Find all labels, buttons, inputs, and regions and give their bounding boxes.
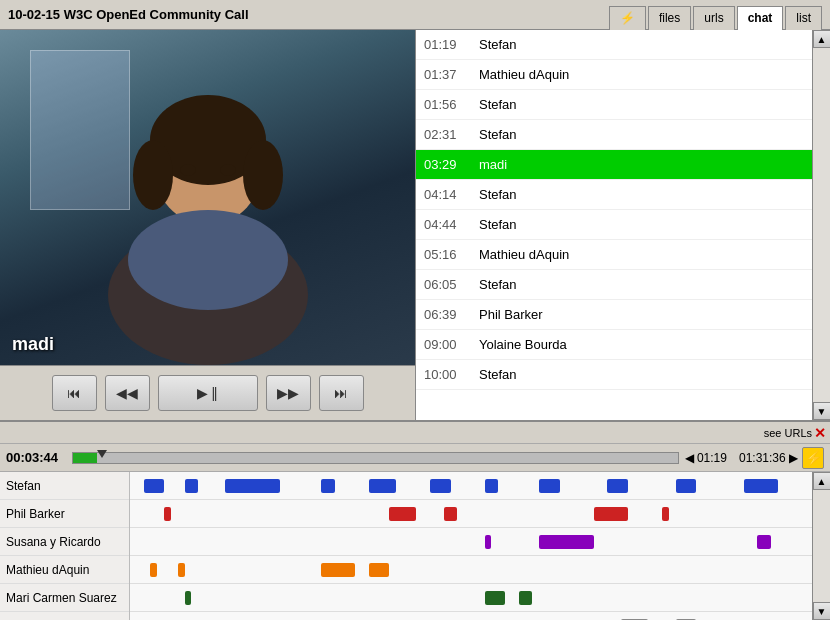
- list-item-time: 05:16: [424, 247, 479, 262]
- track-segment[interactable]: [485, 535, 492, 549]
- tracks-area: StefanPhil BarkerSusana y RicardoMathieu…: [0, 472, 830, 620]
- list-item-time: 06:39: [424, 307, 479, 322]
- track-segment[interactable]: [519, 591, 533, 605]
- svg-point-6: [128, 210, 288, 310]
- chat-list: 01:19Stefan01:37Mathieu dAquin01:56Stefa…: [416, 30, 812, 420]
- tab-lightning[interactable]: ⚡: [609, 6, 646, 30]
- track-segment[interactable]: [369, 479, 396, 493]
- track-segment[interactable]: [321, 479, 335, 493]
- track-segment[interactable]: [144, 479, 164, 493]
- list-item-time: 10:00: [424, 367, 479, 382]
- track-bar-row: [130, 556, 812, 584]
- tab-list[interactable]: list: [785, 6, 822, 30]
- window-title: 10-02-15 W3C OpenEd Community Call: [8, 7, 607, 22]
- track-bar-row: [130, 500, 812, 528]
- list-item[interactable]: 10:00Stefan: [416, 360, 812, 390]
- list-item-name: Stefan: [479, 127, 517, 142]
- track-segment[interactable]: [185, 479, 199, 493]
- play-pause-button[interactable]: ▶ ‖: [158, 375, 258, 411]
- track-name-row: Phil Barker: [0, 500, 129, 528]
- track-segment[interactable]: [485, 591, 505, 605]
- track-segment[interactable]: [607, 479, 627, 493]
- end-time-label: 01:31:36 ▶: [739, 451, 798, 465]
- lightning-button[interactable]: ⚡: [802, 447, 824, 469]
- track-segment[interactable]: [757, 535, 771, 549]
- list-item-time: 09:00: [424, 337, 479, 352]
- list-item-name: Stefan: [479, 37, 517, 52]
- close-urls-button[interactable]: ✕: [814, 425, 826, 441]
- time-controls-bar: 00:03:44 ◀ 01:19 01:31:36 ▶ ⚡: [0, 444, 830, 472]
- track-segment[interactable]: [662, 507, 669, 521]
- track-segment[interactable]: [539, 535, 594, 549]
- list-item-time: 04:14: [424, 187, 479, 202]
- list-item[interactable]: 06:05Stefan: [416, 270, 812, 300]
- main-content: madi ⏮ ◀◀ ▶ ‖ ▶▶ ⏭ 01:19Stefan01:37Mathi…: [0, 30, 830, 420]
- list-item[interactable]: 09:00Yolaine Bourda: [416, 330, 812, 360]
- list-item-name: Stefan: [479, 367, 517, 382]
- track-names-panel: StefanPhil BarkerSusana y RicardoMathieu…: [0, 472, 130, 620]
- progress-fill: [73, 453, 97, 463]
- list-item-time: 04:44: [424, 217, 479, 232]
- svg-point-5: [243, 140, 283, 210]
- track-bar-row: [130, 612, 812, 620]
- list-item[interactable]: 03:29madi: [416, 150, 812, 180]
- list-item[interactable]: 06:39Phil Barker: [416, 300, 812, 330]
- list-item[interactable]: 01:56Stefan: [416, 90, 812, 120]
- track-segment[interactable]: [225, 479, 280, 493]
- svg-point-7: [180, 164, 196, 176]
- list-item[interactable]: 04:14Stefan: [416, 180, 812, 210]
- track-segment[interactable]: [676, 479, 696, 493]
- tab-chat[interactable]: chat: [737, 6, 784, 30]
- video-frame: madi: [0, 30, 415, 365]
- list-item[interactable]: 01:37Mathieu dAquin: [416, 60, 812, 90]
- tab-urls[interactable]: urls: [693, 6, 734, 30]
- track-segment[interactable]: [430, 479, 450, 493]
- progress-bar[interactable]: [72, 452, 679, 464]
- scroll-up-arrow[interactable]: ▲: [813, 30, 831, 48]
- skip-back-button[interactable]: ◀◀: [105, 375, 150, 411]
- track-name-row: Mari Carmen Suarez: [0, 584, 129, 612]
- track-segment[interactable]: [389, 507, 416, 521]
- video-speaker-label: madi: [12, 334, 54, 355]
- track-segment[interactable]: [185, 591, 192, 605]
- track-segment[interactable]: [178, 563, 185, 577]
- track-segment[interactable]: [539, 479, 559, 493]
- track-bars-panel: [130, 472, 812, 620]
- skip-to-start-button[interactable]: ⏮: [52, 375, 97, 411]
- tracks-scroll-down[interactable]: ▼: [813, 602, 831, 620]
- list-item-name: Mathieu dAquin: [479, 247, 569, 262]
- progress-marker: [97, 450, 107, 458]
- track-segment[interactable]: [485, 479, 499, 493]
- track-segment[interactable]: [321, 563, 355, 577]
- track-segment[interactable]: [164, 507, 171, 521]
- list-item[interactable]: 04:44Stefan: [416, 210, 812, 240]
- start-time-label: ◀ 01:19: [685, 451, 727, 465]
- list-item-name: madi: [479, 157, 507, 172]
- track-bar-row: [130, 528, 812, 556]
- tab-files[interactable]: files: [648, 6, 691, 30]
- list-panel: 01:19Stefan01:37Mathieu dAquin01:56Stefa…: [415, 30, 830, 420]
- scroll-down-arrow[interactable]: ▼: [813, 402, 831, 420]
- track-segment[interactable]: [744, 479, 778, 493]
- track-name-row: Stefan: [0, 472, 129, 500]
- tracks-scrollbar: ▲ ▼: [812, 472, 830, 620]
- list-item[interactable]: 02:31Stefan: [416, 120, 812, 150]
- list-item[interactable]: 01:19Stefan: [416, 30, 812, 60]
- skip-to-end-button[interactable]: ⏭: [319, 375, 364, 411]
- list-row: 01:19Stefan01:37Mathieu dAquin01:56Stefa…: [416, 30, 830, 420]
- track-segment[interactable]: [594, 507, 628, 521]
- skip-forward-button[interactable]: ▶▶: [266, 375, 311, 411]
- person-silhouette: [68, 85, 348, 365]
- see-urls-label: see URLs: [764, 427, 812, 439]
- tracks-scroll-up[interactable]: ▲: [813, 472, 831, 490]
- list-item[interactable]: 05:16Mathieu dAquin: [416, 240, 812, 270]
- track-bar-row: [130, 584, 812, 612]
- track-segment[interactable]: [150, 563, 157, 577]
- scroll-track[interactable]: [813, 48, 830, 402]
- track-segment[interactable]: [369, 563, 389, 577]
- tracks-scroll-track[interactable]: [813, 490, 830, 602]
- list-item-time: 01:56: [424, 97, 479, 112]
- header-bar: 10-02-15 W3C OpenEd Community Call ⚡file…: [0, 0, 830, 30]
- track-segment[interactable]: [444, 507, 458, 521]
- video-panel: madi ⏮ ◀◀ ▶ ‖ ▶▶ ⏭: [0, 30, 415, 420]
